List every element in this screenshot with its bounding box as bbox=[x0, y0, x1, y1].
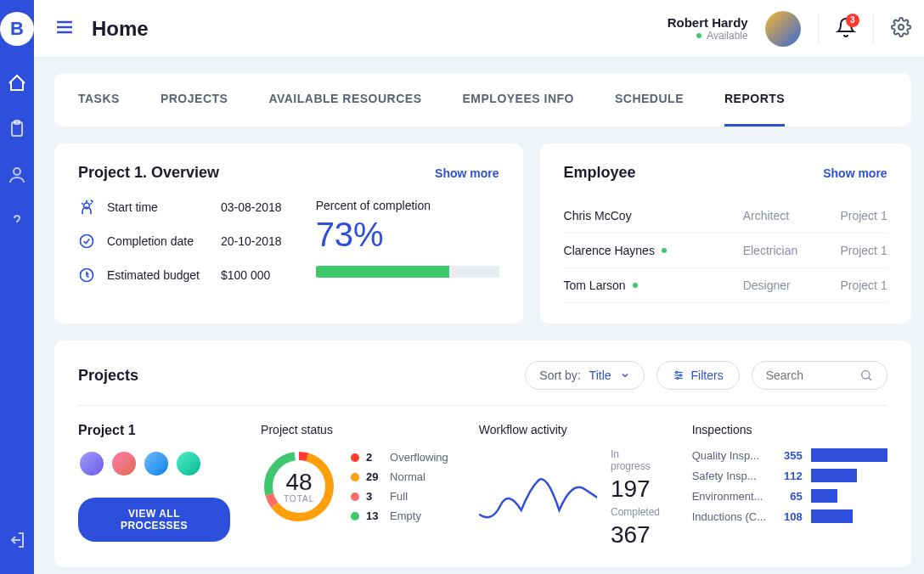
project-avatars bbox=[78, 450, 230, 477]
header: Home Robert Hardy Available 3 bbox=[34, 0, 924, 58]
inspection-value: 112 bbox=[777, 470, 803, 482]
legend-item: 13Empty bbox=[351, 509, 448, 522]
inspection-bar bbox=[811, 448, 887, 462]
status-dot-icon bbox=[633, 283, 638, 288]
svg-point-2 bbox=[14, 168, 20, 175]
nav-home-icon[interactable] bbox=[0, 66, 34, 100]
meta-label: Estimated budget bbox=[107, 268, 209, 282]
svg-point-13 bbox=[675, 371, 677, 373]
legend-dot-icon bbox=[351, 492, 359, 501]
filters-button[interactable]: Filters bbox=[656, 361, 740, 390]
legend-item: 2Overflowing bbox=[351, 451, 448, 464]
inspection-bar bbox=[811, 469, 887, 482]
avatar[interactable] bbox=[110, 450, 138, 477]
inspections-title: Inspections bbox=[692, 423, 887, 436]
view-all-processes-button[interactable]: VIEW ALL PROCESSES bbox=[78, 498, 230, 542]
employee-row[interactable]: Chris McCoyArchitectProject 1 bbox=[564, 199, 887, 234]
divider bbox=[818, 14, 819, 44]
employee-name: Chris McCoy bbox=[564, 209, 743, 222]
meta-row: Estimated budget$100 000 bbox=[78, 267, 282, 284]
user-name: Robert Hardy bbox=[668, 15, 748, 30]
employee-title: Employee bbox=[564, 164, 636, 182]
search-input[interactable] bbox=[766, 369, 851, 382]
app-logo[interactable]: B bbox=[0, 12, 34, 46]
hamburger-icon[interactable] bbox=[54, 17, 75, 41]
overview-card: Project 1. Overview Show more Start time… bbox=[54, 144, 523, 324]
employee-name: Clarence Haynes bbox=[564, 244, 743, 257]
project-1-title: Project 1 bbox=[78, 423, 230, 438]
notifications-button[interactable]: 3 bbox=[836, 17, 856, 41]
employee-role: Architect bbox=[743, 209, 828, 222]
sidebar: B bbox=[0, 0, 34, 574]
inspection-label: Inductions (C... bbox=[692, 510, 769, 523]
employee-show-more[interactable]: Show more bbox=[823, 166, 887, 180]
employee-card: Employee Show more Chris McCoyArchitectP… bbox=[540, 144, 911, 324]
tab-tasks[interactable]: TASKS bbox=[78, 73, 120, 127]
meta-row: Start time03-08-2018 bbox=[78, 199, 282, 216]
divider bbox=[873, 14, 874, 44]
nav-help-icon[interactable] bbox=[0, 204, 34, 238]
employee-project: Project 1 bbox=[828, 279, 887, 292]
header-right: Robert Hardy Available 3 bbox=[668, 11, 911, 47]
svg-line-17 bbox=[868, 378, 870, 380]
inspection-value: 108 bbox=[777, 510, 803, 523]
avatar[interactable] bbox=[78, 450, 105, 477]
employee-row[interactable]: Tom LarsonDesignerProject 1 bbox=[564, 268, 887, 303]
meta-icon bbox=[78, 267, 95, 284]
employee-role: Electrician bbox=[743, 244, 828, 257]
avatar[interactable] bbox=[175, 450, 202, 477]
svg-point-6 bbox=[899, 25, 904, 30]
svg-point-15 bbox=[676, 377, 678, 379]
meta-icon bbox=[78, 233, 95, 250]
completion-pct: 73% bbox=[316, 216, 499, 254]
meta-label: Start time bbox=[107, 200, 209, 214]
completed-label: Completed bbox=[611, 506, 662, 518]
legend-item: 29Normal bbox=[351, 470, 448, 483]
avatar[interactable] bbox=[143, 450, 170, 477]
nav-logout-icon[interactable] bbox=[0, 523, 34, 557]
search-icon bbox=[859, 369, 873, 382]
notification-badge: 3 bbox=[846, 14, 859, 27]
employee-project: Project 1 bbox=[828, 209, 887, 222]
inspection-label: Environment... bbox=[692, 490, 769, 503]
tab-projects[interactable]: PROJECTS bbox=[161, 73, 228, 127]
overview-show-more[interactable]: Show more bbox=[435, 166, 499, 180]
inspection-value: 65 bbox=[777, 490, 803, 503]
tab-available-resources[interactable]: AVAILABLE RESOURCES bbox=[268, 73, 421, 127]
legend-dot-icon bbox=[351, 453, 359, 462]
sort-dropdown[interactable]: Sort by: Title bbox=[525, 361, 644, 390]
svg-point-14 bbox=[679, 374, 681, 376]
status-title: Project status bbox=[261, 423, 448, 436]
search-box[interactable] bbox=[752, 361, 887, 390]
meta-icon bbox=[78, 199, 95, 216]
completed-value: 367 bbox=[611, 523, 662, 547]
inspection-bar bbox=[811, 509, 887, 523]
meta-value: 03-08-2018 bbox=[221, 200, 282, 214]
nav-user-icon[interactable] bbox=[0, 158, 34, 192]
tab-employees-info[interactable]: EMPLOYEES INFO bbox=[463, 73, 574, 127]
employee-name: Tom Larson bbox=[564, 279, 743, 292]
user-avatar[interactable] bbox=[765, 11, 801, 47]
tab-schedule[interactable]: SCHEDULE bbox=[615, 73, 684, 127]
sparkline-chart bbox=[479, 464, 597, 532]
inspection-value: 355 bbox=[777, 449, 803, 462]
inspection-row: Inductions (C...108 bbox=[692, 509, 887, 523]
donut-chart: 48 TOTAL bbox=[261, 448, 337, 525]
content: TASKSPROJECTSAVAILABLE RESOURCESEMPLOYEE… bbox=[34, 58, 924, 574]
legend-dot-icon bbox=[351, 473, 359, 481]
meta-label: Completion date bbox=[107, 234, 209, 248]
tab-reports[interactable]: REPORTS bbox=[724, 73, 785, 127]
status-dot-icon bbox=[696, 33, 701, 38]
user-info[interactable]: Robert Hardy Available bbox=[668, 15, 748, 42]
status-dot-icon bbox=[662, 248, 667, 253]
user-status: Available bbox=[668, 30, 748, 42]
progress-bar bbox=[316, 266, 499, 278]
nav-clipboard-icon[interactable] bbox=[0, 112, 34, 146]
sliders-icon bbox=[673, 369, 685, 381]
legend-dot-icon bbox=[351, 512, 359, 521]
tabs: TASKSPROJECTSAVAILABLE RESOURCESEMPLOYEE… bbox=[54, 73, 911, 127]
overview-title: Project 1. Overview bbox=[78, 164, 219, 182]
settings-button[interactable] bbox=[891, 17, 911, 41]
employee-row[interactable]: Clarence HaynesElectricianProject 1 bbox=[564, 234, 887, 268]
inspection-label: Quality Insp... bbox=[692, 449, 769, 462]
